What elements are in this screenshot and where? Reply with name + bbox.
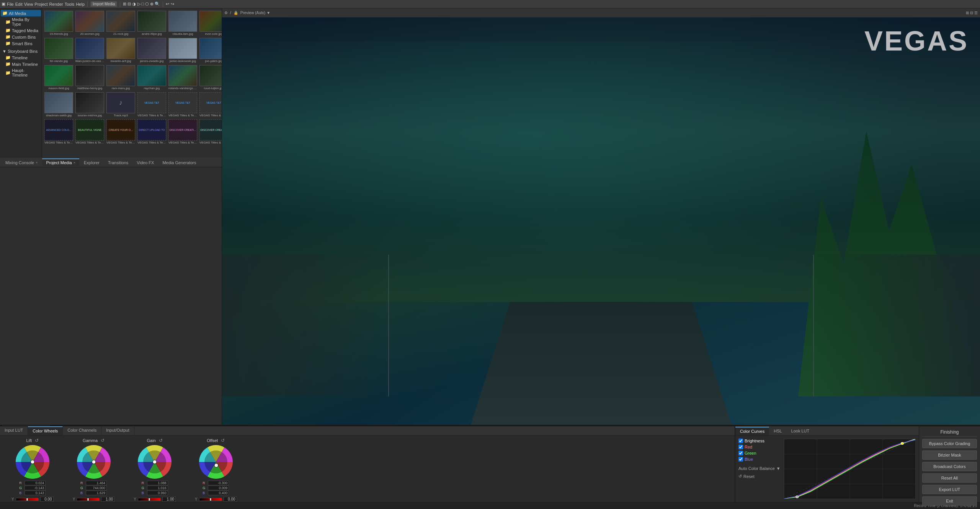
redo-icon[interactable]: ↪ [171,2,174,7]
media-item[interactable]: DISCOVER CREATI... VEGAS Titles & Text D… [168,119,198,145]
bypass-color-grading-button[interactable]: Bypass Color Grading [922,439,977,448]
media-item[interactable]: VEGAS T&T VEGAS Titles & Text 45 [199,91,222,118]
tree-item-media-by-type[interactable]: 📁 Media By Type [1,16,41,27]
lift-reset-icon[interactable]: ↺ [35,438,39,443]
gamma-wheel[interactable] [77,445,111,479]
green-checkbox[interactable] [738,451,743,455]
tab-close-project-media[interactable]: × [74,161,75,165]
media-item[interactable]: shadman-sakib.jpg [44,91,74,118]
media-item[interactable]: BEAUTIFUL VIGNE VEGAS Titles & Text BEAU… [75,119,105,145]
auto-color-dropdown[interactable]: ▼ [776,466,781,471]
tab-hsl[interactable]: HSL [769,427,786,435]
tab-media-generators[interactable]: Media Generators [158,158,200,166]
tab-input-lut[interactable]: Input LUT [0,426,28,435]
tree-item-all-media[interactable]: 📁 All Media [1,10,41,16]
tab-look-lut[interactable]: Look LUT [787,427,814,435]
menu-file[interactable]: File [7,2,14,7]
tree-item-timeline[interactable]: 📁 Timeline [1,54,41,61]
offset-wheel[interactable] [199,445,233,479]
tab-input-output[interactable]: Input/Output [101,426,134,435]
media-label: james-zwadlo.jpg [140,59,164,63]
folder-icon: 📁 [2,11,8,16]
reset-all-button[interactable]: Reset All [922,473,977,483]
menu-tools[interactable]: Tools [65,2,75,7]
tab-close-mixing[interactable]: × [36,161,38,165]
red-checkbox-row: Red [738,445,781,449]
media-item[interactable]: claudia-lam.jpg [168,10,198,36]
offset-reset-icon[interactable]: ↺ [221,438,225,443]
lift-b-row: B 0.143 [19,491,46,495]
tree-item-custom-bins[interactable]: 📁 Custom Bins [1,34,41,40]
gain-y-thumb [149,498,150,501]
media-item[interactable]: CREATE YOUR O... VEGAS Titles & Text CRE… [106,119,136,145]
media-item[interactable]: DIRECT UPLOAD TO VEGAS Titles & Text DIR… [137,119,167,145]
tab-mixing-console[interactable]: Mixing Console × [2,158,41,166]
media-item[interactable]: fer-nando.jpg [44,37,74,64]
tab-color-curves[interactable]: Color Curves [735,427,769,435]
media-item[interactable]: 21-rock.jpg [106,10,136,36]
media-item[interactable]: VEGAS T&T VEGAS Titles & Text 43 [168,91,198,118]
media-item[interactable]: iswanto-arif.jpg [106,37,136,64]
media-item[interactable]: joe-yates.jpg [199,37,222,64]
blue-checkbox[interactable] [738,457,743,462]
tab-color-channels[interactable]: Color Channels [63,426,101,435]
tab-explorer[interactable]: Explorer [80,158,103,166]
media-item[interactable]: janke-laskowski.jpg [168,37,198,64]
preview-label[interactable]: Preview (Auto) ▼ [240,11,270,15]
media-item[interactable]: rolands-varsbergs.jpg [168,64,198,91]
menu-render[interactable]: Render [49,2,63,7]
media-item[interactable]: lilian-justen-de-vasco ncellos.jpg [75,37,105,64]
curves-graph[interactable] [784,439,916,499]
tab-project-media[interactable]: Project Media × [42,158,79,166]
tree-item-tagged-media[interactable]: 📁 Tagged Media [1,27,41,34]
media-item[interactable]: 20-women.jpg [75,10,105,36]
tree-item-haupt-timeline[interactable]: 📁 Haupt-Timeline [1,67,41,78]
gamma-y-slider[interactable] [77,498,100,501]
media-item[interactable]: matthew-henry.jpg [75,64,105,91]
media-item[interactable]: VEGAS T&T VEGAS Titles & Text 42 [137,91,167,118]
media-item[interactable]: james-zwadlo.jpg [137,37,167,64]
media-item[interactable]: sourav-mishra.jpg [75,91,105,118]
media-item[interactable]: 19-friends.jpg [44,10,74,36]
media-label: VEGAS Titles & Text DIRECT UPLOAD TO [137,141,166,144]
gamma-reset-icon[interactable]: ↺ [101,438,105,443]
export-lut-button[interactable]: Export LUT [922,485,977,494]
gain-y-slider[interactable] [138,498,161,501]
exit-button[interactable]: Exit [922,496,977,506]
menu-project[interactable]: Project [34,2,47,7]
media-item[interactable]: andre-filipe.jpg [137,10,167,36]
tab-transitions[interactable]: Transitions [104,158,132,166]
menu-edit[interactable]: Edit [15,2,23,7]
media-thumb: ♪ [106,92,135,113]
tree-item-main-timeline[interactable]: 📁 Main Timeline [1,61,41,67]
media-item[interactable]: evor-cole.jpg [199,10,222,36]
video-preview-area[interactable]: VEGAS 1:22:30 [222,18,980,491]
tree-item-smart-bins[interactable]: 📁 Smart Bins [1,40,41,47]
lift-wheel[interactable] [15,445,50,479]
import-media-button[interactable]: Import Media [90,1,117,7]
bezier-mask-button[interactable]: Bézier Mask [922,450,977,460]
media-item[interactable]: ♪ Track.mp3 [106,91,136,118]
gain-reset-icon[interactable]: ↺ [159,438,163,443]
gear-icon[interactable]: ⚙ [224,11,228,15]
tab-color-wheels[interactable]: Color Wheels [28,426,63,435]
brightness-checkbox[interactable] [738,439,743,443]
undo-icon[interactable]: ↩ [166,2,169,7]
media-item[interactable]: ADVANCED COLO... VEGAS Titles & Text ADV… [44,119,74,145]
menu-help[interactable]: Help [76,2,85,7]
menu-view[interactable]: View [24,2,33,7]
reset-button[interactable]: ↺ Reset [738,474,781,479]
media-item[interactable]: ruud-luijten.jpg [199,64,222,91]
tab-video-fx[interactable]: Video FX [133,158,158,166]
media-item[interactable]: DISCOVER CREATI... VEGAS Titles & Text D… [199,119,222,145]
red-checkbox[interactable] [738,445,743,449]
offset-y-slider[interactable] [199,498,222,501]
media-item[interactable]: raychan.jpg [137,64,167,91]
media-item[interactable]: mason-field.jpg [44,64,74,91]
lift-values: R 0.024 G -0.143 B 0.143 [19,481,46,495]
gain-wheel[interactable] [137,445,172,479]
media-item[interactable]: ram-maru.jpg [106,64,136,91]
broadcast-colors-button[interactable]: Broadcast Colors [922,462,977,471]
tree-item-storyboard-bins[interactable]: ▼ Storyboard Bins [1,48,41,54]
lift-y-slider[interactable] [16,498,39,501]
